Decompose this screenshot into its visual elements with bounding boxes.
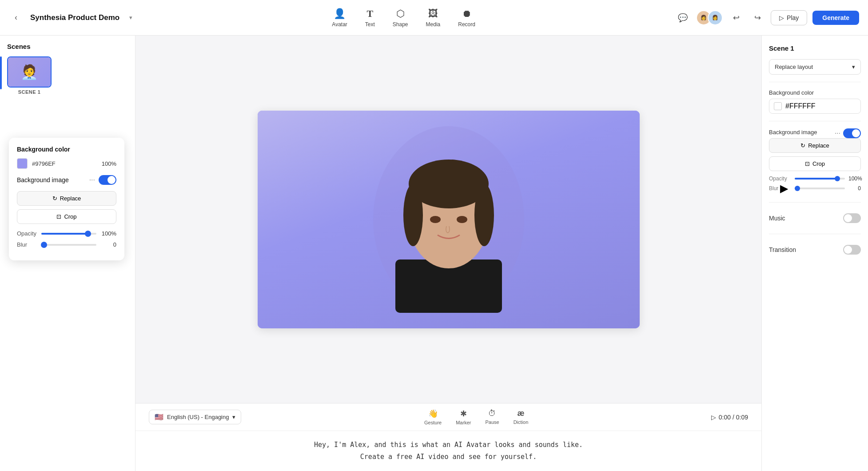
- diction-tool[interactable]: æ Diction: [514, 409, 529, 425]
- opacity-thumb-left[interactable]: [85, 231, 91, 237]
- right-toggle-knob: [852, 129, 860, 137]
- flag-icon: 🇺🇸: [155, 413, 163, 421]
- timer-display: ▷ 0:00 / 0:09: [711, 414, 748, 421]
- right-color-row[interactable]: #FFFFFF: [769, 99, 861, 114]
- right-replace-icon: ↻: [800, 142, 805, 149]
- bg-image-label: Background image: [17, 176, 69, 184]
- play-icon-small: ▷: [711, 414, 716, 421]
- replace-button-left[interactable]: ↻ Replace: [17, 191, 116, 206]
- right-replace-button[interactable]: ↻ Replace: [769, 138, 861, 153]
- right-bg-image-row: Background image ···: [769, 128, 861, 138]
- back-button[interactable]: ‹: [9, 11, 23, 25]
- right-opacity-label: Opacity: [769, 176, 791, 182]
- canvas-wrapper: [135, 36, 761, 403]
- right-opacity-value: 100%: [848, 176, 861, 182]
- pause-tool[interactable]: ⏱ Pause: [485, 409, 499, 425]
- language-selector[interactable]: 🇺🇸 English (US) - Engaging ▾: [149, 410, 241, 424]
- text-label: Text: [365, 21, 375, 28]
- project-title: Synthesia Product Demo: [30, 13, 119, 22]
- scene-1-thumb[interactable]: 🧑‍💼 SCENE 1: [7, 56, 52, 95]
- collaborators: 👩 👩: [696, 10, 723, 25]
- gesture-tool[interactable]: 👋 Gesture: [424, 409, 442, 425]
- record-icon: ⏺: [462, 8, 472, 20]
- crop-icon-left: ⊡: [56, 213, 61, 220]
- right-panel: Scene 1 Replace layout ▾ Background colo…: [761, 36, 868, 471]
- comment-button[interactable]: 💬: [675, 10, 691, 26]
- music-toggle[interactable]: [843, 213, 861, 223]
- main-area: Scenes 🧑‍💼 SCENE 1 Background color: [0, 36, 868, 471]
- bg-popup: Background color #9796EF 100% Background…: [9, 138, 124, 260]
- bg-color-label: Background color: [769, 89, 861, 96]
- nav-tool-record[interactable]: ⏺ Record: [458, 8, 475, 28]
- opacity-value-left: 100%: [101, 230, 116, 237]
- svg-point-6: [403, 184, 423, 246]
- replace-icon-left: ↻: [52, 195, 57, 202]
- opacity-row-left: Opacity 100%: [17, 230, 116, 237]
- shape-icon: ⬡: [396, 8, 405, 20]
- right-opacity-slider[interactable]: [795, 178, 845, 180]
- timer-value: 0:00 / 0:09: [719, 414, 748, 421]
- blur-thumb-left[interactable]: [41, 242, 47, 248]
- center-area: 🇺🇸 English (US) - Engaging ▾ 👋 Gesture ✱…: [135, 36, 761, 471]
- shape-label: Shape: [393, 21, 408, 28]
- bg-image-toggle[interactable]: [99, 175, 116, 185]
- nav-tool-shape[interactable]: ⬡ Shape: [393, 8, 408, 28]
- nav-tool-avatar[interactable]: 👤 Avatar: [332, 8, 347, 28]
- diction-label: Diction: [514, 419, 529, 425]
- right-blur-value: 0: [848, 185, 861, 192]
- undo-button[interactable]: ↩: [728, 10, 744, 26]
- svg-point-8: [430, 216, 441, 223]
- redo-button[interactable]: ↪: [749, 10, 765, 26]
- right-bg-more-button[interactable]: ···: [835, 129, 840, 137]
- transition-row: Transition: [769, 241, 861, 258]
- script-line-1: Hey, I'm Alex, and this is what an AI Av…: [162, 439, 735, 451]
- divider-4: [769, 234, 861, 234]
- marker-tool[interactable]: ✱ Marker: [456, 409, 471, 425]
- right-crop-icon: ⊡: [805, 160, 810, 167]
- divider-2: [769, 121, 861, 121]
- project-dropdown-icon[interactable]: ▾: [129, 14, 132, 21]
- marker-icon: ✱: [460, 409, 467, 419]
- replace-layout-dropdown[interactable]: Replace layout ▾: [769, 59, 861, 75]
- opacity-fill-left: [41, 233, 88, 235]
- color-opacity-value: 100%: [102, 160, 116, 167]
- crop-button-left[interactable]: ⊡ Crop: [17, 209, 116, 224]
- right-blur-thumb[interactable]: [795, 186, 800, 191]
- avatar-2: 👩: [708, 10, 723, 25]
- right-opacity-thumb[interactable]: [835, 176, 840, 181]
- right-crop-button[interactable]: ⊡ Crop: [769, 156, 861, 171]
- media-label: Media: [426, 21, 441, 28]
- generate-button[interactable]: Generate: [812, 11, 859, 25]
- right-blur-row: Blur 0: [769, 185, 861, 192]
- opacity-slider-left[interactable]: [41, 233, 96, 235]
- bg-popup-title: Background color: [17, 146, 116, 153]
- avatar-icon: 👤: [334, 8, 346, 20]
- right-blur-slider[interactable]: [795, 188, 845, 189]
- scene-1-thumbnail[interactable]: 🧑‍💼: [7, 56, 52, 88]
- blur-slider-left[interactable]: [41, 244, 96, 246]
- music-row: Music: [769, 210, 861, 227]
- right-opacity-fill: [795, 178, 837, 180]
- media-icon: 🖼: [428, 8, 438, 20]
- transition-toggle[interactable]: [843, 245, 861, 255]
- nav-tool-media[interactable]: 🖼 Media: [426, 8, 441, 28]
- opacity-label-left: Opacity: [17, 230, 37, 237]
- right-opacity-row: Opacity 100%: [769, 176, 861, 182]
- script-text[interactable]: Hey, I'm Alex, and this is what an AI Av…: [135, 431, 761, 471]
- blur-label-left: Blur: [17, 241, 37, 248]
- bg-image-more-button[interactable]: ···: [89, 176, 95, 184]
- color-hex-value: #9796EF: [32, 160, 97, 167]
- canvas-frame[interactable]: [258, 111, 640, 328]
- crop-label-left: Crop: [64, 213, 76, 220]
- play-icon: ▷: [779, 14, 784, 21]
- bg-color-section: Background color #FFFFFF: [769, 89, 861, 114]
- nav-tool-text[interactable]: T Text: [365, 8, 375, 28]
- right-color-hex: #FFFFFF: [785, 102, 816, 110]
- right-crop-label: Crop: [812, 160, 825, 167]
- right-bg-image-toggle[interactable]: [843, 128, 861, 138]
- blur-value-left: 0: [101, 241, 116, 248]
- avatar-label: Avatar: [332, 21, 347, 28]
- play-button[interactable]: ▷ Play: [771, 10, 807, 25]
- right-bg-image-label: Background image: [769, 129, 817, 136]
- color-swatch[interactable]: [17, 158, 28, 169]
